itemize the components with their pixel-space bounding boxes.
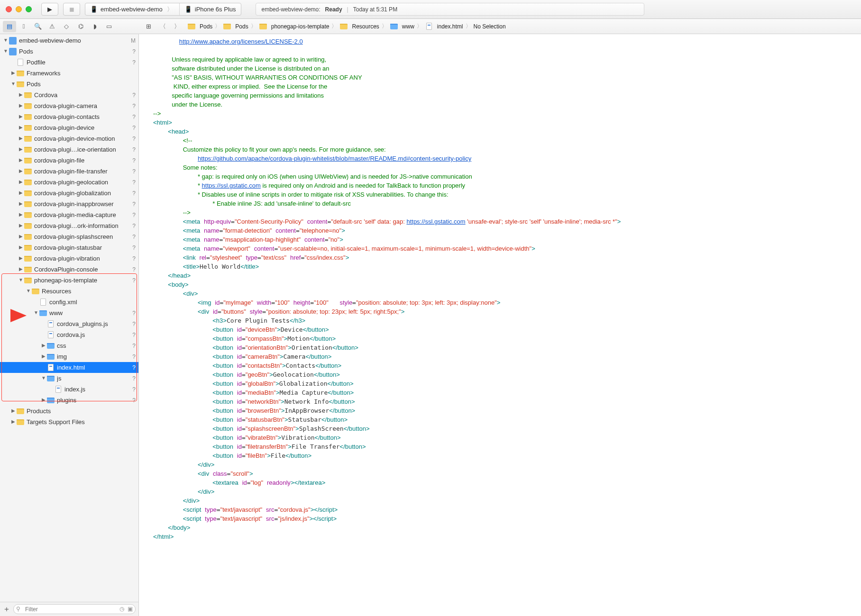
disclosure-triangle[interactable]: ▶ (18, 190, 24, 195)
jump-segment[interactable]: index.html (424, 22, 464, 31)
disclosure-triangle[interactable]: ▼ (3, 48, 9, 54)
tree-row[interactable]: ▶cordova-plugin-device? (0, 122, 138, 133)
issue-navigator-tab[interactable]: ⚠ (46, 21, 59, 32)
tree-row[interactable]: ▶cordova-plugin-media-capture? (0, 209, 138, 220)
test-navigator-tab[interactable]: ◇ (60, 21, 73, 32)
disclosure-triangle[interactable]: ▶ (18, 223, 24, 228)
tree-row[interactable]: ▶cordova-plugin-inappbrowser? (0, 199, 138, 209)
source-editor[interactable]: http://www.apache.org/licenses/LICENSE-2… (139, 34, 861, 616)
tree-row[interactable]: index.html? (0, 362, 138, 373)
tree-row[interactable]: ▶css? (0, 340, 138, 351)
disclosure-triangle[interactable]: ▶ (18, 157, 24, 163)
tree-row[interactable]: ▶cordova-plugi…ice-orientation? (0, 144, 138, 155)
source-control-navigator-tab[interactable]: 𓏢 (17, 21, 30, 32)
scheme-control[interactable]: 📱embed-webview-demo〉 📱iPhone 6s Plus (85, 3, 241, 16)
tree-row[interactable]: ▼Pods? (0, 46, 138, 57)
tree-row[interactable]: ▶Targets Support Files (0, 417, 138, 427)
tree-row[interactable]: ▶cordova-plugin-geolocation? (0, 177, 138, 188)
disclosure-triangle[interactable]: ▶ (18, 201, 24, 206)
tree-row[interactable]: ▶cordova-plugin-globalization? (0, 188, 138, 199)
folder-icon (24, 102, 32, 110)
find-navigator-tab[interactable]: 🔍 (31, 21, 45, 32)
disclosure-triangle[interactable]: ▶ (10, 408, 16, 413)
disclosure-triangle[interactable]: ▶ (18, 146, 24, 152)
tree-row[interactable]: index.js? (0, 384, 138, 395)
stop-button[interactable]: ◼ (63, 3, 80, 16)
run-button[interactable]: ▶ (41, 3, 58, 16)
tree-row[interactable]: ▶Frameworks (0, 68, 138, 79)
tree-row[interactable]: ▶cordova-plugin-statusbar? (0, 242, 138, 253)
tree-row[interactable]: ▶cordova-plugin-vibration? (0, 253, 138, 264)
minimize-window-button[interactable] (16, 6, 22, 12)
jump-segment[interactable]: Pods (222, 22, 249, 31)
forward-button[interactable]: 〉 (170, 21, 183, 32)
disclosure-triangle[interactable]: ▶ (18, 255, 24, 261)
disclosure-triangle[interactable]: ▶ (18, 179, 24, 184)
disclosure-triangle[interactable]: ▼ (18, 277, 24, 282)
jump-segment[interactable]: Pods (186, 22, 213, 31)
disclosure-triangle[interactable]: ▶ (18, 136, 24, 141)
disclosure-triangle[interactable]: ▶ (41, 343, 46, 348)
disclosure-triangle[interactable]: ▶ (10, 419, 16, 424)
tree-row[interactable]: ▶cordova-plugin-file-transfer? (0, 166, 138, 177)
disclosure-triangle[interactable]: ▶ (18, 245, 24, 250)
folder-icon: ▤ (7, 23, 12, 30)
disclosure-triangle[interactable]: ▶ (18, 103, 24, 108)
filter-input[interactable] (13, 604, 136, 614)
disclosure-triangle[interactable]: ▶ (18, 212, 24, 217)
tree-row[interactable]: ▼embed-webview-demoM (0, 35, 138, 46)
tree-row[interactable]: ▶cordova-plugin-file? (0, 155, 138, 166)
disclosure-triangle[interactable]: ▶ (18, 234, 24, 239)
play-icon: ▶ (47, 6, 52, 13)
tree-row[interactable]: ▼Resources (0, 286, 138, 297)
back-button[interactable]: 〈 (156, 21, 169, 32)
tree-row[interactable]: config.xml (0, 297, 138, 308)
disclosure-triangle[interactable]: ▼ (41, 375, 46, 380)
breakpoint-navigator-tab[interactable]: ◗ (88, 21, 101, 32)
disclosure-triangle[interactable]: ▶ (18, 125, 24, 130)
close-window-button[interactable] (6, 6, 12, 12)
tree-row[interactable]: ▶plugins? (0, 395, 138, 406)
tree-row[interactable]: ▼Pods (0, 79, 138, 90)
tree-row[interactable]: ▶Cordova? (0, 90, 138, 100)
tree-row[interactable]: ▶cordova-plugi…ork-information? (0, 220, 138, 231)
disclosure-triangle[interactable]: ▶ (41, 353, 46, 359)
tree-row[interactable]: ▶cordova-plugin-splashscreen? (0, 231, 138, 242)
disclosure-triangle[interactable]: ▶ (18, 114, 24, 119)
disclosure-triangle[interactable]: ▼ (26, 288, 31, 293)
tree-row[interactable]: ▶CordovaPlugin-console? (0, 264, 138, 275)
disclosure-triangle[interactable]: ▶ (41, 397, 46, 402)
tree-row[interactable]: ▼js? (0, 373, 138, 384)
editor-nav-bar: ⊞ 〈 〉 Pods〉Pods〉phonegap-ios-template〉Re… (139, 19, 861, 34)
disclosure-triangle[interactable]: ▶ (18, 92, 24, 97)
report-navigator-tab[interactable]: ▭ (102, 21, 116, 32)
disclosure-triangle[interactable]: ▼ (3, 37, 9, 43)
jump-bar[interactable]: Pods〉Pods〉phonegap-ios-template〉Resource… (184, 22, 858, 31)
tree-row[interactable]: Podfile? (0, 57, 138, 68)
tree-label: index.js (64, 386, 126, 393)
zoom-window-button[interactable] (26, 6, 32, 12)
jump-segment[interactable]: No Selection (473, 23, 507, 30)
tree-row[interactable]: ▶cordova-plugin-camera? (0, 100, 138, 111)
project-navigator-tab[interactable]: ▤ (3, 21, 16, 32)
tree-row[interactable]: ▶cordova-plugin-device-motion? (0, 133, 138, 144)
file-icon (39, 298, 47, 307)
tree-row[interactable]: ▶img? (0, 351, 138, 362)
jump-segment[interactable]: phonegap-ios-template (258, 22, 330, 31)
disclosure-triangle[interactable]: ▼ (33, 310, 39, 315)
recent-filter-icon[interactable]: ◷ (119, 606, 124, 612)
disclosure-triangle[interactable]: ▶ (10, 70, 16, 75)
jump-segment[interactable]: Resources (339, 22, 380, 31)
disclosure-triangle[interactable]: ▼ (10, 81, 16, 86)
add-button[interactable]: + (3, 605, 10, 614)
debug-navigator-tab[interactable]: ⌬ (74, 21, 87, 32)
disclosure-triangle[interactable]: ▶ (18, 266, 24, 272)
tree-row[interactable]: ▶cordova-plugin-contacts? (0, 111, 138, 122)
tree-row[interactable]: ▶Products (0, 406, 138, 417)
tree-row[interactable]: ▼phonegap-ios-template? (0, 275, 138, 286)
jump-segment[interactable]: www (389, 22, 415, 31)
disclosure-triangle[interactable]: ▶ (18, 168, 24, 173)
scm-filter-icon[interactable]: ▣ (128, 606, 133, 612)
related-items-button[interactable]: ⊞ (142, 21, 155, 32)
tree-row[interactable]: cordova.js? (0, 329, 138, 340)
